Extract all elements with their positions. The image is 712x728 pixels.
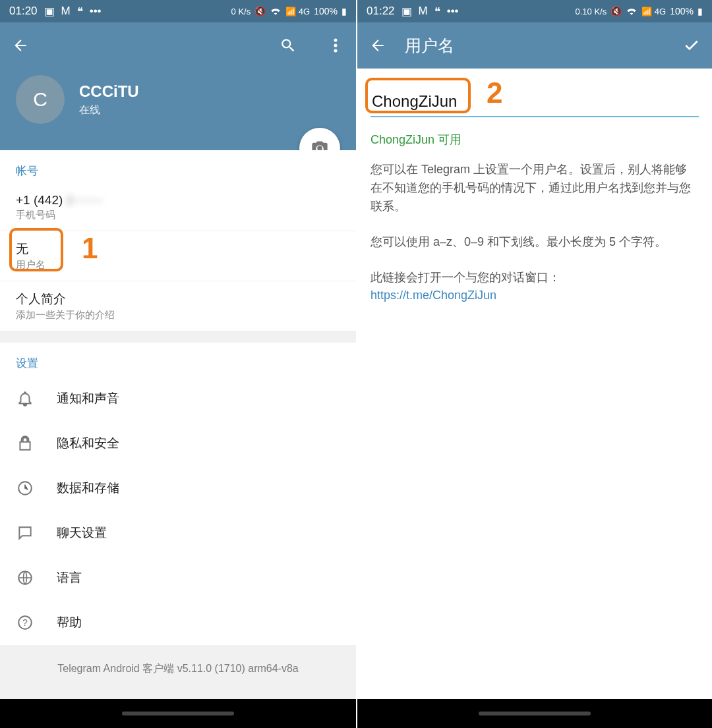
setting-label: 隐私和安全	[57, 435, 119, 452]
settings-item-chat[interactable]: 聊天设置	[0, 511, 356, 555]
version-footer: Telegram Android 客户端 v5.11.0 (1710) arm6…	[0, 645, 356, 699]
availability-text: ChongZiJun 可用	[357, 120, 712, 155]
battery-text: 100%	[314, 6, 338, 16]
bio-value: 个人简介	[16, 291, 340, 308]
phone-hidden: 2-------	[67, 193, 103, 207]
description-2: 您可以使用 a–z、0–9 和下划线。最小长度为 5 个字符。	[357, 228, 712, 257]
mute-icon: 🔇	[610, 6, 622, 16]
chat-icon	[16, 524, 34, 542]
lock-icon	[16, 434, 34, 453]
battery-text: 100%	[670, 6, 694, 16]
svg-point-0	[334, 39, 338, 42]
settings-item-language[interactable]: 语言	[0, 555, 356, 600]
back-button[interactable]	[369, 37, 386, 54]
globe-icon	[16, 569, 34, 587]
overflow-menu-button[interactable]	[327, 37, 344, 54]
settings-item-help[interactable]: ? 帮助	[0, 600, 356, 645]
search-button[interactable]	[280, 37, 297, 54]
bio-label: 添加一些关于你的介绍	[16, 309, 340, 322]
mail-icon: M	[61, 5, 71, 18]
settings-item-privacy[interactable]: 隐私和安全	[0, 421, 356, 466]
status-bar: 01:22 ▣ M ❝ ••• 0.10 K/s 🔇 📶 4G 100% ▮	[357, 0, 712, 22]
profile-link[interactable]: https://t.me/ChongZiJun	[371, 289, 496, 302]
settings-item-notifications[interactable]: 通知和声音	[0, 376, 356, 421]
setting-label: 数据和存储	[57, 480, 119, 497]
signal-icon: 📶 4G	[641, 7, 666, 16]
phone-row[interactable]: +1 (442) 2------- 手机号码	[0, 184, 356, 231]
mute-icon: 🔇	[254, 6, 266, 16]
username-value: 无	[16, 240, 340, 258]
help-icon: ?	[16, 613, 34, 632]
clock: 01:20	[9, 5, 38, 18]
status-bar: 01:20 ▣ M ❝ ••• 0 K/s 🔇 📶 4G 100% ▮	[0, 0, 356, 22]
description-3: 此链接会打开一个与您的对话窗口： https://t.me/ChongZiJun	[357, 264, 712, 311]
account-header: 帐号	[0, 150, 356, 184]
profile-header: C CCCiTU 在线	[0, 69, 356, 150]
avatar-initial: C	[33, 88, 47, 111]
nav-bar	[357, 699, 712, 728]
link-intro: 此链接会打开一个与您的对话窗口：	[371, 271, 560, 284]
mail-icon: M	[419, 5, 428, 18]
back-button[interactable]	[12, 37, 29, 54]
bell-icon	[16, 389, 34, 408]
net-speed: 0 K/s	[231, 7, 251, 16]
profile-name: CCCiTU	[79, 82, 139, 101]
username-edit-screen: 01:22 ▣ M ❝ ••• 0.10 K/s 🔇 📶 4G 100% ▮ 用…	[356, 0, 712, 728]
clock: 01:22	[367, 5, 395, 18]
setting-label: 聊天设置	[57, 524, 107, 542]
more-icon: •••	[90, 5, 102, 18]
setting-label: 帮助	[57, 614, 82, 631]
username-label: 用户名	[16, 259, 340, 271]
username-input[interactable]	[371, 87, 699, 117]
phone-label: 手机号码	[16, 209, 340, 221]
bio-row[interactable]: 个人简介 添加一些关于你的介绍	[0, 281, 356, 331]
settings-header: 设置	[0, 343, 356, 376]
page-title: 用户名	[405, 35, 665, 57]
gallery-icon: ▣	[44, 5, 55, 18]
appbar	[0, 22, 356, 69]
avatar[interactable]: C	[16, 75, 65, 124]
wifi-icon	[270, 6, 282, 17]
svg-point-1	[334, 44, 338, 47]
hangouts-icon: ❝	[434, 5, 440, 18]
net-speed: 0.10 K/s	[576, 7, 607, 16]
nav-bar	[0, 699, 356, 728]
signal-icon: 📶 4G	[285, 7, 310, 16]
settings-item-data[interactable]: 数据和存储	[0, 466, 356, 511]
description-1: 您可以在 Telegram 上设置一个用户名。设置后，别人将能够在不知道您的手机…	[357, 155, 712, 221]
gallery-icon: ▣	[401, 5, 412, 18]
settings-screen: 01:20 ▣ M ❝ ••• 0 K/s 🔇 📶 4G 100% ▮	[0, 0, 356, 728]
svg-text:?: ?	[22, 617, 28, 628]
setting-label: 语言	[57, 569, 82, 586]
content: ChongZiJun 可用 您可以在 Telegram 上设置一个用户名。设置后…	[357, 69, 712, 699]
content: 帐号 +1 (442) 2------- 手机号码 无 用户名 个人简介 添加一…	[0, 150, 356, 699]
wifi-icon	[626, 6, 638, 17]
confirm-button[interactable]	[683, 37, 700, 54]
battery-icon: ▮	[341, 6, 347, 16]
more-icon: •••	[447, 5, 459, 18]
phone-value: +1 (442)	[16, 193, 63, 207]
username-row[interactable]: 无 用户名	[0, 231, 356, 281]
setting-label: 通知和声音	[57, 390, 119, 407]
hangouts-icon: ❝	[77, 5, 83, 18]
clock-icon	[16, 479, 34, 497]
profile-status: 在线	[79, 103, 139, 117]
svg-point-2	[334, 49, 338, 53]
battery-icon: ▮	[697, 6, 703, 16]
appbar: 用户名	[357, 22, 712, 69]
divider	[0, 331, 356, 343]
